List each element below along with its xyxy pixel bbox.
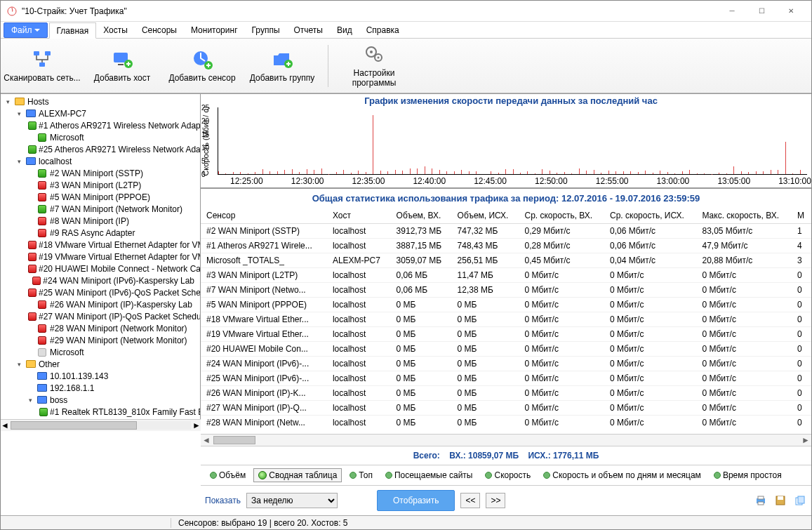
- next-button[interactable]: >>: [486, 493, 505, 508]
- table-row[interactable]: #19 VMware Virtual Ether...localhost0 МБ…: [201, 327, 811, 342]
- view-mode-radios: ОбъёмСводная таблицаТопПосещаемые сайтыС…: [201, 465, 811, 486]
- tree-item[interactable]: #9 RAS Async Adapter: [1, 227, 200, 239]
- tree-item[interactable]: ▾ALEXM-PC7: [1, 107, 200, 119]
- table-row[interactable]: #28 WAN Miniport (Netw...localhost0 МБ0 …: [201, 416, 811, 430]
- tree-hscroll[interactable]: ◄►: [1, 419, 201, 431]
- close-button[interactable]: ✕: [776, 1, 806, 21]
- hosts-tree[interactable]: ▾Hosts▾ALEXM-PC7#1 Atheros AR9271 Wirele…: [1, 94, 201, 419]
- stats-table[interactable]: СенсорХостОбъем, ВХ.Объем, ИСХ.Ср. скоро…: [201, 208, 811, 430]
- tree-item[interactable]: #27 WAN Miniport (IP)-QoS Packet Schedul…: [1, 310, 200, 322]
- app-icon: [6, 6, 18, 17]
- svg-rect-5: [118, 64, 124, 65]
- menu-tab-7[interactable]: Справка: [359, 22, 406, 38]
- tree-item[interactable]: 192.168.1.1: [1, 382, 200, 394]
- col-header[interactable]: Хост: [327, 208, 391, 224]
- svg-rect-2: [45, 51, 51, 55]
- tree-item[interactable]: #28 WAN Miniport (Network Monitor): [1, 322, 200, 334]
- maximize-button[interactable]: ☐: [747, 1, 776, 21]
- file-menu-button[interactable]: Файл: [4, 22, 48, 38]
- table-row[interactable]: #25 WAN Miniport (IPv6)-...localhost0 МБ…: [201, 371, 811, 386]
- view-radio-2[interactable]: Топ: [345, 468, 378, 482]
- save-icon[interactable]: [773, 493, 787, 508]
- window-title: "10-Страйк: Учет Трафика": [22, 6, 717, 16]
- tree-item[interactable]: #19 VMware Virtual Ethernet Adapter for …: [1, 251, 200, 263]
- prev-button[interactable]: <<: [460, 493, 480, 508]
- tree-item[interactable]: #5 WAN Miniport (PPPOE): [1, 191, 200, 203]
- totals-row: Всего: ВХ.: 10859,07 МБ ИСХ.: 1776,11 МБ: [201, 446, 811, 465]
- view-radio-6[interactable]: Время простоя: [709, 468, 787, 482]
- tree-item[interactable]: #25 WAN Miniport (IPv6)-QoS Packet Sched…: [1, 286, 200, 298]
- stats-title: Общая статистика использования трафика з…: [201, 189, 811, 208]
- copy-icon[interactable]: [793, 493, 807, 508]
- add-host-button[interactable]: Добавить хост: [84, 41, 161, 91]
- tree-item[interactable]: #25 Atheros AR9271 Wireless Network Adap…: [1, 143, 200, 155]
- col-header[interactable]: Сенсор: [201, 208, 327, 224]
- tree-item[interactable]: #29 WAN Miniport (Network Monitor): [1, 334, 200, 346]
- menu-tab-4[interactable]: Группы: [245, 22, 287, 38]
- add-sensor-button[interactable]: Добавить сенсор: [164, 41, 241, 91]
- menu-tab-2[interactable]: Сенсоры: [135, 22, 184, 38]
- show-label: Показать: [205, 496, 241, 505]
- tree-item[interactable]: ▾Hosts: [1, 95, 200, 107]
- chart-area: 2520151050: [218, 107, 807, 175]
- menu-tab-0[interactable]: Главная: [49, 22, 97, 39]
- table-row[interactable]: #26 WAN Miniport (IP)-K...localhost0 МБ0…: [201, 386, 811, 401]
- tree-item[interactable]: #7 WAN Miniport (Network Monitor): [1, 203, 200, 215]
- tree-item[interactable]: Microsoft: [1, 346, 200, 358]
- tree-item[interactable]: #8 WAN Miniport (IP): [1, 215, 200, 227]
- menu-tab-6[interactable]: Вид: [330, 22, 359, 38]
- tree-item[interactable]: #18 VMware Virtual Ethernet Adapter for …: [1, 239, 200, 251]
- tree-item[interactable]: #1 Realtek RTL8139_810x Family Fast Ethe…: [1, 406, 200, 418]
- tree-item[interactable]: Microsoft: [1, 131, 200, 143]
- tree-item[interactable]: #20 HUAWEI Mobile Connect - Network Card: [1, 263, 200, 274]
- col-header[interactable]: Ср. скорость, ВХ.: [519, 208, 604, 224]
- tree-item[interactable]: #2 WAN Miniport (SSTP): [1, 167, 200, 179]
- add-group-button[interactable]: Добавить группу: [244, 41, 321, 91]
- col-header[interactable]: М: [792, 208, 811, 224]
- table-row[interactable]: #27 WAN Miniport (IP)-Q...localhost0 МБ0…: [201, 401, 811, 416]
- svg-rect-18: [778, 496, 783, 500]
- menu-tab-5[interactable]: Отчеты: [287, 22, 330, 38]
- menu-tab-1[interactable]: Хосты: [96, 22, 135, 38]
- scan-network-button[interactable]: Сканировать сеть...: [4, 41, 81, 91]
- svg-rect-1: [34, 51, 39, 55]
- tree-item[interactable]: #24 WAN Miniport (IPv6)-Kaspersky Lab: [1, 274, 200, 286]
- view-radio-3[interactable]: Посещаемые сайты: [380, 468, 478, 482]
- table-row[interactable]: #2 WAN Miniport (SSTP)localhost3912,73 М…: [201, 224, 811, 239]
- table-row[interactable]: #5 WAN Miniport (PPPOE)localhost0 МБ0 МБ…: [201, 298, 811, 312]
- tree-item[interactable]: ▾Other: [1, 358, 200, 370]
- col-header[interactable]: Ср. скорость, ИСХ.: [604, 208, 696, 224]
- period-select[interactable]: За неделю: [246, 493, 338, 508]
- minimize-button[interactable]: ─: [717, 1, 747, 21]
- tree-item[interactable]: ▾localhost: [1, 155, 200, 167]
- table-row[interactable]: #7 WAN Miniport (Netwo...localhost0,06 М…: [201, 283, 811, 298]
- print-icon[interactable]: [754, 493, 768, 508]
- table-row[interactable]: #1 Atheros AR9271 Wirele...localhost3887…: [201, 239, 811, 253]
- tree-item[interactable]: #1 Atheros AR9271 Wireless Network Adapt…: [1, 119, 200, 131]
- menubar: Файл ГлавнаяХостыСенсорыМониторингГруппы…: [1, 22, 811, 39]
- table-hscroll[interactable]: ◄►: [201, 434, 811, 446]
- table-row[interactable]: #18 VMware Virtual Ether...localhost0 МБ…: [201, 312, 811, 327]
- table-row[interactable]: #3 WAN Miniport (L2TP)localhost0,06 МБ11…: [201, 268, 811, 283]
- table-row[interactable]: #20 HUAWEI Mobile Con...localhost0 МБ0 М…: [201, 342, 811, 357]
- col-header[interactable]: Объем, ИСХ.: [452, 208, 519, 224]
- chart-title: График изменения скорости передачи данны…: [211, 94, 811, 107]
- table-row[interactable]: Microsoft _TOTALS_ALEXM-PC73059,07 МБ256…: [201, 253, 811, 268]
- svg-point-11: [370, 51, 373, 53]
- tree-item[interactable]: #26 WAN Miniport (IP)-Kaspersky Lab: [1, 298, 200, 310]
- view-radio-0[interactable]: Объём: [205, 468, 251, 482]
- settings-button[interactable]: Настройкипрограммы: [335, 41, 413, 91]
- view-radio-5[interactable]: Скорость и объем по дням и месяцам: [538, 468, 706, 482]
- display-button[interactable]: Отобразить: [377, 490, 455, 511]
- status-text: Сенсоров: выбрано 19 | всего 20. Хостов:…: [171, 518, 355, 528]
- tree-item[interactable]: #3 WAN Miniport (L2TP): [1, 179, 200, 191]
- view-radio-4[interactable]: Скорость: [480, 468, 535, 482]
- menu-tab-3[interactable]: Мониторинг: [184, 22, 245, 38]
- col-header[interactable]: Макс. скорость, ВХ.: [696, 208, 791, 224]
- table-row[interactable]: #24 WAN Miniport (IPv6)-...localhost0 МБ…: [201, 357, 811, 371]
- col-header[interactable]: Объем, ВХ.: [391, 208, 452, 224]
- tree-item[interactable]: 10.101.139.143: [1, 370, 200, 382]
- svg-rect-3: [39, 62, 45, 67]
- view-radio-1[interactable]: Сводная таблица: [253, 468, 342, 482]
- tree-item[interactable]: ▾boss: [1, 394, 200, 406]
